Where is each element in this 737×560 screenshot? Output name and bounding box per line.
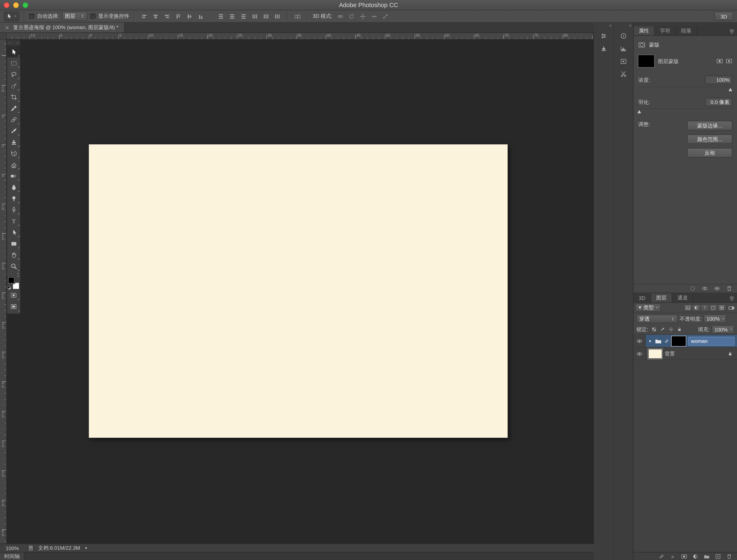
rectangle-tool[interactable] [7, 238, 20, 249]
eraser-tool[interactable] [7, 159, 20, 170]
ruler-origin-corner[interactable] [0, 33, 6, 39]
density-slider-thumb[interactable] [729, 88, 732, 91]
layer-row[interactable]: woman [633, 335, 737, 347]
auto-select-checkbox[interactable] [29, 14, 34, 19]
density-slider[interactable] [638, 86, 732, 91]
info-panel-button[interactable] [617, 30, 629, 41]
layer-name[interactable]: 背景 [664, 350, 675, 357]
rectangular-marquee-tool[interactable] [7, 57, 20, 69]
tab-properties[interactable]: 属性 [633, 26, 655, 35]
tab-layers[interactable]: 图层 [651, 293, 672, 302]
layer-thumbnail[interactable] [648, 349, 662, 359]
filter-type-button[interactable]: T [700, 304, 709, 312]
collapse-dock-button[interactable] [614, 23, 633, 29]
distribute-horizontal-centers-button[interactable] [261, 12, 271, 21]
distribute-top-edges-button[interactable] [216, 12, 226, 21]
new-group-button[interactable] [703, 553, 710, 560]
swap-colors-icon[interactable] [16, 273, 20, 277]
close-panel-icon[interactable] [8, 41, 11, 44]
hand-tool[interactable] [7, 249, 20, 261]
vertical-ruler[interactable]: 10505101520253035404550556065 [0, 39, 6, 543]
quick-selection-tool[interactable] [7, 80, 20, 91]
auto-align-button[interactable] [293, 12, 303, 21]
filter-type-dropdown[interactable]: 类型 [635, 304, 661, 312]
path-selection-tool[interactable] [7, 227, 20, 238]
add-vector-mask-icon[interactable] [726, 58, 732, 64]
horizontal-ruler[interactable]: 10505101520253035404550556065707580 [6, 33, 593, 39]
align-right-edges-button[interactable] [162, 12, 172, 21]
eyedropper-tool[interactable] [7, 102, 20, 114]
color-range-button[interactable]: 颜色范围... [687, 135, 732, 144]
tab-channels[interactable]: 通道 [672, 293, 693, 302]
foreground-color-swatch[interactable] [8, 277, 14, 283]
apply-mask-button[interactable] [701, 285, 708, 292]
filter-shape-button[interactable] [709, 304, 718, 312]
delete-layer-button[interactable] [726, 553, 733, 560]
collapse-dock-button[interactable] [594, 23, 613, 29]
type-tool[interactable]: T [7, 215, 20, 227]
fill-dropdown[interactable]: 100% [712, 325, 734, 333]
lock-all-button[interactable] [675, 326, 683, 333]
3d-slide-button[interactable] [369, 12, 379, 21]
distribute-right-edges-button[interactable] [272, 12, 283, 21]
filter-smart-button[interactable] [717, 304, 726, 312]
invert-button[interactable]: 反相 [687, 148, 732, 158]
spot-healing-tool[interactable] [7, 114, 20, 125]
blur-tool[interactable] [7, 181, 20, 193]
document-canvas[interactable] [89, 144, 508, 438]
brush-tool[interactable] [7, 125, 20, 136]
tab-paragraph[interactable]: 段落 [676, 26, 697, 35]
add-pixel-mask-icon[interactable] [716, 58, 723, 64]
scissors-panel-button[interactable] [617, 68, 629, 79]
layer-visibility-toggle[interactable] [633, 335, 646, 347]
filter-adjustment-button[interactable] [692, 304, 701, 312]
history-brush-tool[interactable] [7, 148, 20, 159]
layers-panel-menu[interactable] [729, 295, 735, 301]
lock-transparent-button[interactable] [650, 326, 658, 333]
timeline-tab[interactable]: 时间轴 [0, 552, 25, 560]
close-window-button[interactable] [4, 2, 9, 8]
feather-slider-thumb[interactable] [637, 110, 641, 113]
crop-tool[interactable] [7, 91, 20, 102]
fullscreen-window-button[interactable] [23, 2, 28, 8]
density-value-field[interactable]: 100% [705, 76, 732, 84]
blend-mode-dropdown[interactable]: 穿透 [636, 315, 678, 323]
3d-rotate-button[interactable] [335, 12, 346, 21]
add-mask-button[interactable] [681, 553, 688, 560]
mask-edge-button[interactable]: 蒙版边缘... [687, 121, 732, 130]
distribute-vertical-centers-button[interactable] [227, 12, 237, 21]
lasso-tool[interactable] [7, 69, 20, 80]
opacity-dropdown[interactable]: 100% [704, 315, 726, 323]
feather-value-field[interactable]: 0.0 像素 [705, 98, 732, 106]
workspace-switcher[interactable]: 3D [714, 12, 733, 21]
layer-style-button[interactable]: fx [669, 553, 676, 560]
layer-mask-thumbnail[interactable] [638, 55, 654, 67]
tab-3d[interactable]: 3D [633, 293, 651, 302]
layer-name[interactable]: woman [688, 336, 735, 345]
new-adjustment-button[interactable] [692, 553, 699, 560]
toggle-mask-button[interactable] [714, 285, 721, 292]
new-layer-button[interactable] [714, 553, 721, 560]
align-horizontal-centers-button[interactable] [150, 12, 161, 21]
3d-roll-button[interactable] [347, 12, 357, 21]
load-selection-button[interactable] [689, 285, 696, 292]
collapse-panel-icon[interactable] [16, 41, 19, 44]
filter-toggle[interactable] [728, 304, 735, 312]
actions-panel-button[interactable] [617, 56, 629, 67]
status-flyout-arrow[interactable] [84, 546, 89, 550]
auto-select-target-dropdown[interactable]: 图层 [62, 12, 87, 21]
layer-row[interactable]: 背景 [633, 347, 737, 360]
clone-stamp-tool[interactable] [7, 136, 20, 148]
zoom-level-field[interactable]: 100% [6, 545, 19, 551]
screen-mode-button[interactable] [7, 301, 20, 312]
layer-visibility-toggle[interactable] [633, 347, 646, 360]
filter-pixel-button[interactable] [683, 304, 692, 312]
3d-pan-button[interactable] [358, 12, 368, 21]
3d-scale-button[interactable] [380, 12, 391, 21]
gradient-tool[interactable] [7, 170, 20, 181]
feather-slider[interactable] [638, 108, 732, 113]
layer-content[interactable]: 背景 [646, 347, 737, 360]
tab-character[interactable]: 字符 [655, 26, 676, 35]
align-vertical-centers-button[interactable] [184, 12, 195, 21]
move-tool[interactable] [7, 46, 20, 57]
